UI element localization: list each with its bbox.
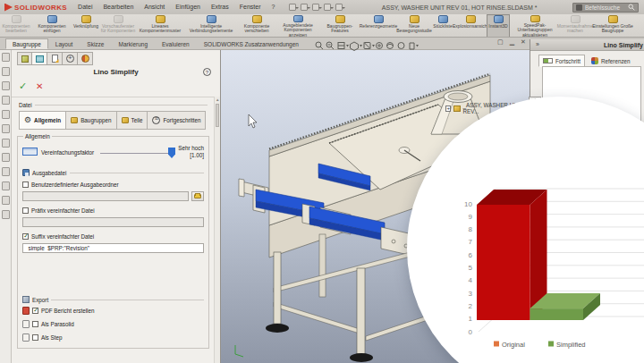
new-document-icon[interactable]	[289, 4, 296, 11]
menu-datei[interactable]: Datei	[72, 0, 97, 14]
menu-einfgen[interactable]: Einfügen	[170, 0, 206, 14]
scroll-up-icon[interactable]: ▲	[216, 97, 219, 102]
prefix-checkbox-row[interactable]: Präfix vereinfachter Datei	[22, 207, 95, 214]
side-toolbar-icon[interactable]	[2, 182, 10, 190]
ribbon-button-0[interactable]: Komponenten bearbeiten	[0, 14, 32, 38]
help-icon[interactable]: ?	[203, 68, 211, 76]
tab-dimxpert-manager[interactable]	[63, 52, 78, 65]
side-toolbar-icon[interactable]	[2, 196, 10, 205]
ribbon-button-13[interactable]: Instant3D	[487, 14, 510, 38]
side-toolbar-icon[interactable]	[2, 210, 10, 219]
ribbon-button-label: Vorschaufenster für Komponenten	[100, 24, 136, 34]
document-title: _ASSY, WASHER UNIT REV 01, HOT RINSE.SLD…	[343, 4, 572, 11]
tab-evaluieren[interactable]: Evaluieren	[155, 38, 197, 49]
tab-markierung[interactable]: Markierung	[112, 38, 156, 49]
export-option-row[interactable]: Als Parasolid	[22, 320, 74, 328]
simplification-slider[interactable]	[100, 153, 175, 154]
prefix-label: Präfix vereinfachter Datei	[31, 207, 95, 214]
ribbon-button-icon	[252, 15, 262, 23]
menu-ansicht[interactable]: Ansicht	[139, 0, 170, 14]
print-icon[interactable]	[324, 4, 331, 11]
ribbon-button-icon	[530, 15, 540, 22]
y-axis-tick-label: 1	[469, 315, 473, 323]
mode-tab-teile[interactable]: Teile	[117, 111, 148, 130]
mode-tab-allgemein[interactable]: ⚙Allgemein	[19, 111, 66, 130]
ribbon-button-8[interactable]: Baugruppen-Features	[320, 14, 360, 38]
side-toolbar-icon[interactable]	[2, 96, 10, 105]
right-panel-tab-referenzen[interactable]: Referenzen	[587, 55, 635, 67]
ribbon-button-3[interactable]: Vorschaufenster für Komponenten	[100, 14, 136, 38]
restore-window-icon[interactable]: ▢	[497, 38, 504, 46]
custom-output-input[interactable]	[22, 191, 189, 201]
prefix-input[interactable]	[22, 217, 204, 227]
open-document-icon[interactable]	[301, 4, 308, 11]
collapse-chevron-icon[interactable]: »	[536, 41, 539, 47]
ribbon-button-7[interactable]: Ausgeblendete Komponenten anzeigen	[275, 14, 320, 38]
search-scope-icon[interactable]	[576, 4, 582, 11]
side-toolbar-icon[interactable]	[2, 139, 10, 148]
tab-configuration-manager[interactable]	[47, 52, 63, 65]
prefix-checkbox[interactable]	[22, 207, 29, 214]
mode-tab-baugruppen[interactable]: Baugruppen	[66, 111, 116, 130]
ribbon-button-label: Komponenten bearbeiten	[0, 24, 32, 34]
export-option-checkbox[interactable]	[32, 308, 38, 314]
side-toolbar-icon[interactable]	[2, 110, 10, 119]
suffix-checkbox-row[interactable]: Suffix vereinfachter Datei	[22, 233, 94, 240]
mode-tab-fortgeschritten[interactable]: Fortgeschritten	[148, 111, 206, 130]
side-toolbar-icon[interactable]	[2, 67, 10, 76]
ribbon-button-12[interactable]: Explosionsansicht	[454, 14, 487, 38]
custom-output-checkbox[interactable]	[22, 182, 29, 188]
ribbon-button-6[interactable]: Komponente verschieben	[238, 14, 275, 38]
menu-?[interactable]: ?	[267, 0, 281, 14]
menu-fenster[interactable]: Fenster	[234, 0, 267, 14]
undo-icon[interactable]	[335, 4, 343, 11]
tab-layout[interactable]: Layout	[48, 38, 80, 49]
ribbon-button-5[interactable]: Intelligente Verbindungselemente	[184, 14, 238, 38]
ok-button[interactable]: ✓	[19, 80, 27, 92]
cancel-button[interactable]: ✕	[36, 81, 43, 91]
tab-baugruppe[interactable]: Baugruppe	[5, 38, 48, 49]
side-toolbar-icon[interactable]	[2, 153, 10, 162]
mode-tab-label: Baugruppen	[80, 117, 111, 123]
save-icon[interactable]	[312, 4, 319, 11]
ribbon-button-14[interactable]: SpeedPak-Unterbaugruppen aktualisieren	[510, 14, 560, 38]
slider-thumb[interactable]	[168, 148, 175, 158]
ribbon-button-1[interactable]: Komponenten einfügen	[32, 14, 72, 38]
right-panel-tab-fortschritt[interactable]: Fortschritt	[538, 55, 585, 67]
export-option-row[interactable]: Als Step	[22, 333, 62, 342]
panel-scrollbar[interactable]: ▲	[214, 97, 220, 363]
ribbon-button-4[interactable]: Lineares Komponentenmuster	[136, 14, 184, 38]
tab-property-manager[interactable]	[32, 52, 47, 65]
tab-skizze[interactable]: Skizze	[80, 38, 111, 49]
browse-folder-button[interactable]	[191, 191, 204, 201]
export-option-row[interactable]: PDF Bericht erstellen	[22, 307, 95, 315]
export-option-checkbox[interactable]	[32, 334, 38, 341]
tab-feature-manager[interactable]	[17, 52, 32, 65]
export-option-checkbox[interactable]	[32, 321, 38, 327]
ribbon-button-10[interactable]: Neue Bewegungsstudie	[397, 14, 431, 38]
scrollbar-thumb[interactable]	[216, 104, 219, 127]
search-icon[interactable]	[628, 4, 635, 11]
ribbon-button-9[interactable]: Referenzgeometrie	[360, 14, 397, 38]
custom-output-checkbox-row[interactable]: Benutzerdefinierter Ausgabeordner	[22, 182, 119, 188]
menu-bearbeiten[interactable]: Bearbeiten	[97, 0, 139, 14]
side-toolbar-icon[interactable]	[2, 124, 10, 133]
side-toolbar-icon[interactable]	[2, 167, 10, 176]
right-panel-titlebar[interactable]: » Lino Simplify	[530, 39, 644, 51]
side-toolbar-icon[interactable]	[2, 81, 10, 90]
side-toolbar-icon[interactable]	[2, 53, 10, 62]
ribbon-button-2[interactable]: Verknüpfung	[72, 14, 100, 38]
command-search-input[interactable]: Befehlssuche	[572, 3, 639, 13]
ribbon-button-11[interactable]: Stückliste	[431, 14, 454, 38]
menu-extras[interactable]: Extras	[206, 0, 234, 14]
ribbon-button-16[interactable]: Einstellungen Große Baugruppe	[590, 14, 635, 38]
view-toolbar-icons[interactable]	[315, 41, 420, 51]
close-window-icon[interactable]: ✕	[521, 38, 526, 46]
minimize-window-icon[interactable]: ▁	[510, 38, 514, 46]
tab-display-manager[interactable]	[78, 52, 93, 65]
suffix-input[interactable]	[22, 243, 204, 253]
ribbon-button-15[interactable]: Momentaufnahme machen	[560, 14, 590, 38]
suffix-checkbox[interactable]	[22, 233, 29, 240]
manager-panel-tabs	[17, 52, 93, 65]
tab-solidworks-zusatzanwendungen[interactable]: SOLIDWORKS Zusatzanwendungen	[197, 38, 306, 49]
